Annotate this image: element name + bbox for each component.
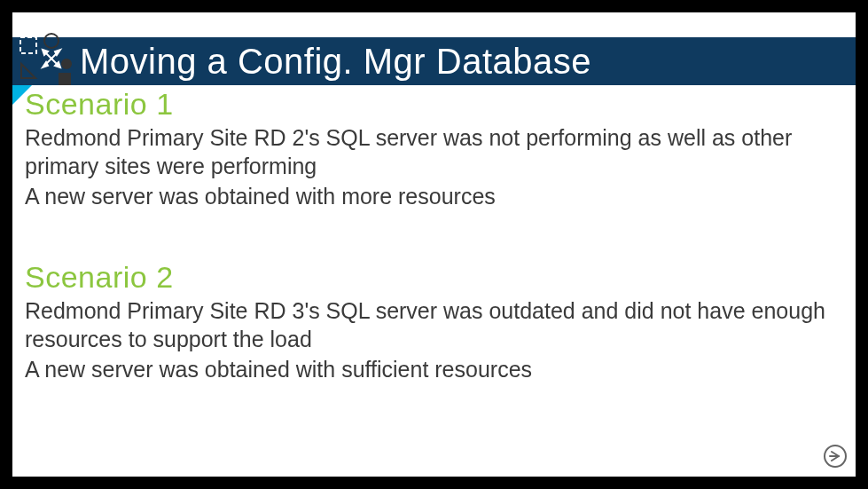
scenario-2-line-1: Redmond Primary Site RD 3's SQL server w… <box>25 296 832 353</box>
scenario-1-heading: Scenario 1 <box>25 87 843 122</box>
scenario-1-line-1: Redmond Primary Site RD 2's SQL server w… <box>25 123 832 180</box>
title-bar: Moving a Config. Mgr Database <box>12 37 856 85</box>
svg-point-1 <box>44 34 59 48</box>
svg-marker-2 <box>21 64 35 78</box>
svg-marker-7 <box>43 62 48 67</box>
scenario-2-heading: Scenario 2 <box>25 260 843 295</box>
svg-rect-0 <box>20 37 36 53</box>
shapes-logo-icon <box>18 32 73 87</box>
scenario-2-line-2: A new server was obtained with sufficien… <box>25 355 832 383</box>
slide-content: Scenario 1 Redmond Primary Site RD 2's S… <box>25 85 843 477</box>
slide-title: Moving a Config. Mgr Database <box>80 42 591 82</box>
svg-marker-6 <box>55 50 60 55</box>
next-slide-button[interactable] <box>822 443 848 469</box>
svg-rect-10 <box>59 73 71 85</box>
slide: Moving a Config. Mgr Database Scenario 1… <box>0 0 868 489</box>
scenario-1-line-2: A new server was obtained with more reso… <box>25 182 832 210</box>
svg-point-9 <box>61 59 72 69</box>
